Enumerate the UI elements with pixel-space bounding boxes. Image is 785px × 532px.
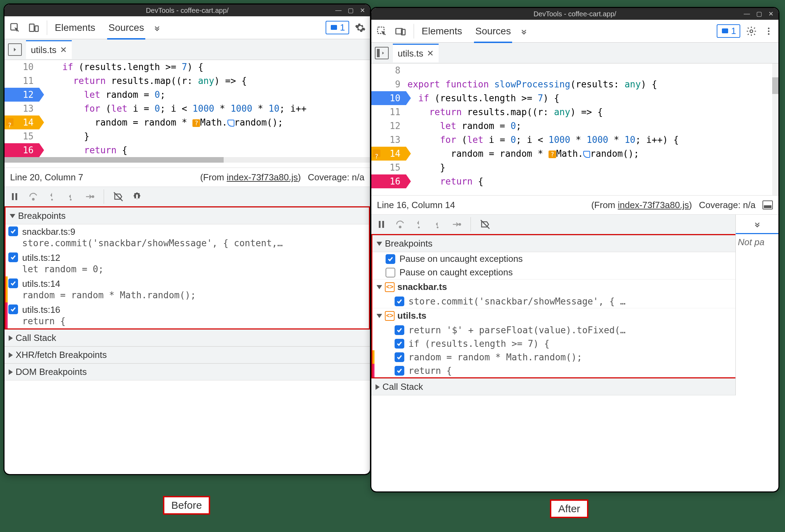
breakpoints-pane-header[interactable]: Breakpoints: [372, 235, 777, 252]
breakpoint-item[interactable]: utils.ts:12 let random = 0;: [6, 250, 369, 276]
bottom-drawer-icon[interactable]: [762, 200, 773, 209]
navigator-toggle-icon[interactable]: [375, 47, 389, 59]
dom-pane-header[interactable]: DOM Breakpoints: [5, 363, 370, 380]
horizontal-scrollbar[interactable]: [5, 157, 370, 163]
gutter[interactable]: 12: [371, 119, 406, 133]
console-issues-badge[interactable]: 1: [326, 21, 349, 34]
gutter[interactable]: 10: [5, 60, 39, 74]
tab-sources[interactable]: Sources: [474, 21, 512, 42]
gutter[interactable]: 15: [371, 161, 406, 174]
maximize-icon[interactable]: ▢: [348, 7, 354, 14]
breakpoint-line[interactable]: store.commit('snackbar/showMessage', { ……: [372, 294, 777, 308]
step-icon[interactable]: [84, 191, 95, 203]
breakpoint-checkbox[interactable]: [395, 352, 404, 362]
inspect-icon[interactable]: [8, 21, 22, 35]
minimize-icon[interactable]: —: [744, 10, 750, 18]
breakpoint-line[interactable]: if (results.length >= 7) { 10: [372, 337, 777, 350]
more-tabs-icon[interactable]: [517, 26, 531, 36]
callstack-pane-header[interactable]: Call Stack: [5, 329, 370, 346]
breakpoint-checkbox[interactable]: [395, 297, 404, 306]
pause-icon[interactable]: [9, 191, 20, 203]
breakpoints-pane-header[interactable]: Breakpoints: [6, 207, 369, 224]
logpoint-gutter[interactable]: ‥16: [371, 174, 406, 188]
breakpoint-checkbox[interactable]: [395, 325, 404, 335]
breakpoint-group-header[interactable]: <> utils.ts: [372, 308, 777, 323]
gutter[interactable]: 15: [5, 129, 39, 143]
sourcemap-link[interactable]: index-73f73a80.js: [618, 200, 689, 210]
pause-caught-option[interactable]: Pause on caught exceptions: [372, 266, 777, 279]
gutter[interactable]: 8: [371, 63, 406, 77]
breakpoint-checkbox[interactable]: [8, 278, 18, 288]
device-toggle-icon[interactable]: [394, 24, 407, 38]
tab-elements[interactable]: Elements: [420, 21, 464, 42]
step-out-icon[interactable]: [432, 218, 443, 230]
minimize-icon[interactable]: —: [335, 7, 342, 14]
breakpoint-line[interactable]: return '$' + parseFloat(value).toFixed(……: [372, 323, 777, 337]
close-icon[interactable]: ✕: [360, 7, 365, 14]
expand-icon: [377, 285, 382, 289]
breakpoint-strip: [372, 350, 374, 364]
breakpoint-item[interactable]: snackbar.ts:9 store.commit('snackbar/sho…: [6, 224, 369, 250]
deactivate-breakpoints-icon[interactable]: [479, 218, 491, 230]
vertical-scrollbar[interactable]: [772, 63, 778, 195]
step-over-icon[interactable]: [27, 191, 39, 203]
logpoint-icon: ‥: [372, 178, 376, 192]
deactivate-breakpoints-icon[interactable]: [112, 191, 124, 203]
inspect-icon[interactable]: [375, 24, 389, 38]
xhr-pane-header[interactable]: XHR/fetch Breakpoints: [5, 346, 370, 363]
step-into-icon[interactable]: [46, 191, 58, 203]
breakpoint-checkbox[interactable]: [395, 339, 404, 349]
checkbox[interactable]: [386, 254, 395, 264]
file-tab-utils[interactable]: utils.ts ✕: [26, 40, 72, 59]
more-menu-icon[interactable]: [762, 25, 775, 37]
settings-icon[interactable]: [745, 25, 758, 37]
callstack-pane-header[interactable]: Call Stack: [371, 378, 778, 395]
breakpoint-group-header[interactable]: <> snackbar.ts: [372, 279, 777, 294]
settings-icon[interactable]: [354, 22, 366, 34]
breakpoint-checkbox[interactable]: [8, 304, 18, 314]
gutter[interactable]: 11: [371, 105, 406, 119]
gutter[interactable]: 11: [5, 74, 39, 88]
conditional-breakpoint-gutter[interactable]: ?14: [371, 147, 406, 161]
side-more-tabs-icon[interactable]: [736, 215, 778, 234]
step-into-icon[interactable]: [413, 218, 425, 230]
more-tabs-icon[interactable]: [150, 23, 164, 33]
gutter[interactable]: 9: [371, 77, 406, 91]
close-tab-icon[interactable]: ✕: [60, 45, 67, 55]
code-editor[interactable]: 8 9export function slowProcessing(result…: [371, 63, 778, 195]
close-tab-icon[interactable]: ✕: [427, 49, 434, 58]
breakpoint-item[interactable]: utils.ts:14 random = random * Math.rando…: [6, 276, 369, 302]
pause-on-exceptions-icon[interactable]: [131, 191, 143, 203]
step-out-icon[interactable]: [65, 191, 77, 203]
breakpoint-checkbox[interactable]: [395, 366, 404, 376]
code-editor[interactable]: 10 if (results.length >= 7) { 11 return …: [5, 60, 370, 168]
breakpoint-item[interactable]: utils.ts:16 return {: [6, 302, 369, 328]
maximize-icon[interactable]: ▢: [756, 10, 762, 18]
breakpoint-line[interactable]: return { 16: [372, 364, 777, 377]
gutter[interactable]: 13: [371, 133, 406, 147]
breakpoint-checkbox[interactable]: [8, 226, 18, 236]
tab-sources[interactable]: Sources: [107, 17, 146, 38]
conditional-breakpoint-gutter[interactable]: ?14: [5, 115, 39, 129]
console-issues-badge[interactable]: 1: [717, 24, 740, 38]
step-icon[interactable]: [450, 218, 462, 230]
file-tab-utils[interactable]: utils.ts ✕: [393, 44, 439, 62]
sourcemap-link[interactable]: index-73f73a80.js: [227, 172, 298, 182]
close-icon[interactable]: ✕: [768, 10, 774, 18]
checkbox[interactable]: [386, 268, 395, 277]
step-over-icon[interactable]: [394, 218, 406, 230]
svg-rect-20: [382, 221, 384, 228]
pause-icon[interactable]: [376, 218, 387, 230]
tab-elements[interactable]: Elements: [53, 17, 97, 38]
breakpoint-gutter[interactable]: 12: [5, 88, 39, 102]
pause-uncaught-option[interactable]: Pause on uncaught exceptions: [372, 252, 777, 266]
breakpoint-checkbox[interactable]: [8, 252, 18, 262]
breakpoint-line[interactable]: random = random * Math.random(); 14: [372, 350, 777, 364]
file-tab-label: utils.ts: [398, 48, 423, 59]
navigator-toggle-icon[interactable]: [8, 43, 22, 56]
device-toggle-icon[interactable]: [27, 21, 41, 35]
breakpoint-gutter[interactable]: 10: [371, 91, 406, 105]
logpoint-gutter[interactable]: ‥16: [5, 143, 39, 157]
gutter[interactable]: 13: [5, 102, 39, 115]
coverage-status: Coverage: n/a: [308, 172, 364, 183]
